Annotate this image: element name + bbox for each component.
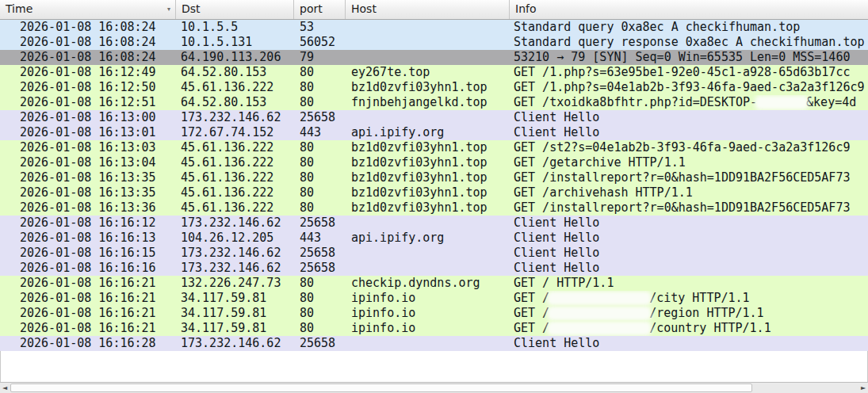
info-text: /country HTTP/1.1 — [649, 321, 771, 335]
port-cell: 80 — [294, 185, 346, 200]
info-text: GET /txoidka8bfhtr.php?id=DESKTOP- — [514, 95, 757, 109]
column-header-info[interactable]: Info — [510, 0, 868, 19]
scroll-right-icon[interactable]: ► — [858, 383, 868, 393]
packet-row[interactable]: 2026-01-08 16:16:13104.26.12.205443api.i… — [0, 231, 868, 246]
host-cell: ipinfo.io — [346, 321, 510, 336]
packet-row[interactable]: 2026-01-08 16:08:2410.1.5.13156052Standa… — [0, 35, 868, 50]
packet-row[interactable]: 2026-01-08 16:08:2410.1.5.553Standard qu… — [0, 20, 868, 35]
host-cell — [346, 110, 510, 125]
info-text: GET / — [514, 306, 549, 320]
scrollbar-thumb[interactable] — [10, 383, 752, 392]
packet-row[interactable]: 2026-01-08 16:13:3645.61.136.22280bz1d0z… — [0, 200, 868, 216]
info-text: GET /installreport?r=0&hash=1DD91BA2F56C… — [514, 170, 850, 185]
time-cell: 2026-01-08 16:13:00 — [0, 110, 176, 125]
host-cell: bz1d0zvfi03yhn1.top — [346, 155, 510, 170]
port-cell: 80 — [294, 65, 346, 80]
packet-row[interactable]: 2026-01-08 16:12:5164.52.80.15380fnjnbeh… — [0, 95, 868, 110]
info-text: /region HTTP/1.1 — [649, 306, 764, 320]
info-cell: Client Hello — [510, 231, 868, 246]
packet-row[interactable]: 2026-01-08 16:16:2134.117.59.8180ipinfo.… — [0, 306, 868, 321]
redacted-blur — [549, 308, 649, 319]
port-cell: 80 — [294, 140, 346, 155]
column-header-port[interactable]: port — [294, 0, 346, 19]
port-cell: 53 — [294, 20, 346, 35]
packet-row[interactable]: 2026-01-08 16:12:4964.52.80.15380ey267te… — [0, 65, 868, 80]
dst-cell: 45.61.136.222 — [176, 200, 294, 216]
host-cell — [346, 261, 510, 276]
dst-cell: 34.117.59.81 — [176, 306, 294, 321]
packet-row[interactable]: 2026-01-08 16:16:15173.232.146.6225658Cl… — [0, 246, 868, 261]
host-cell — [346, 35, 510, 50]
time-cell: 2026-01-08 16:16:12 — [0, 216, 176, 231]
port-cell: 80 — [294, 276, 346, 291]
time-cell: 2026-01-08 16:16:13 — [0, 231, 176, 246]
dst-cell: 173.232.146.62 — [176, 336, 294, 351]
host-cell — [346, 336, 510, 351]
packet-row[interactable]: 2026-01-08 16:13:01172.67.74.152443api.i… — [0, 125, 868, 140]
info-text: &key=4d — [806, 95, 856, 109]
packet-row[interactable]: 2026-01-08 16:16:28173.232.146.6225658Cl… — [0, 336, 868, 351]
info-text: Client Hello — [514, 125, 599, 139]
dst-cell: 172.67.74.152 — [176, 125, 294, 140]
scroll-left-icon[interactable]: ◄ — [0, 383, 10, 393]
packet-row[interactable]: 2026-01-08 16:13:3545.61.136.22280bz1d0z… — [0, 170, 868, 185]
info-cell: GET /installreport?r=0&hash=1DD91BA2F56C… — [510, 200, 868, 216]
packet-row[interactable]: 2026-01-08 16:16:16173.232.146.6225658Cl… — [0, 261, 868, 276]
redacted-blur — [549, 293, 649, 303]
column-header-time[interactable]: Time ▾ — [0, 0, 176, 19]
port-cell: 443 — [294, 125, 346, 140]
info-text: GET /installreport?r=0&hash=1DD91BA2F56C… — [514, 200, 850, 215]
info-cell: GET /archivehash HTTP/1.1 — [510, 185, 868, 200]
dst-cell: 173.232.146.62 — [176, 246, 294, 261]
info-text: GET /1.php?s=63e95be1-92e0-45c1-a928-65d… — [514, 65, 850, 79]
column-header-host[interactable]: Host — [346, 0, 510, 19]
dst-cell: 45.61.136.222 — [176, 140, 294, 155]
time-cell: 2026-01-08 16:16:21 — [0, 291, 176, 306]
port-cell: 25658 — [294, 110, 346, 125]
port-cell: 80 — [294, 155, 346, 170]
packet-row[interactable]: 2026-01-08 16:13:0445.61.136.22280bz1d0z… — [0, 155, 868, 170]
packet-row[interactable]: 2026-01-08 16:16:2134.117.59.8180ipinfo.… — [0, 291, 868, 306]
time-cell: 2026-01-08 16:08:24 — [0, 50, 176, 65]
dst-cell: 173.232.146.62 — [176, 110, 294, 125]
horizontal-scrollbar[interactable]: ◄ ► — [0, 382, 868, 393]
info-text: GET / — [514, 291, 549, 305]
dst-cell: 104.26.12.205 — [176, 231, 294, 246]
packet-row[interactable]: 2026-01-08 16:12:5045.61.136.22280bz1d0z… — [0, 80, 868, 95]
packet-list-view: Time ▾ Dst port Host Info 2026-01-08 16:… — [0, 0, 868, 393]
port-cell: 80 — [294, 291, 346, 306]
packet-list-body: 2026-01-08 16:08:2410.1.5.553Standard qu… — [0, 20, 868, 351]
info-cell: Client Hello — [510, 261, 868, 276]
redacted-blur — [549, 323, 649, 334]
packet-row[interactable]: 2026-01-08 16:13:3545.61.136.22280bz1d0z… — [0, 185, 868, 200]
redacted-blur — [757, 97, 806, 108]
dst-cell: 45.61.136.222 — [176, 185, 294, 200]
dst-cell: 45.61.136.222 — [176, 155, 294, 170]
packet-row[interactable]: 2026-01-08 16:16:12173.232.146.6225658Cl… — [0, 216, 868, 231]
dst-cell: 34.117.59.81 — [176, 321, 294, 336]
packet-row[interactable]: 2026-01-08 16:08:2464.190.113.2067953210… — [0, 50, 868, 65]
host-cell: api.ipify.org — [346, 125, 510, 140]
host-cell: bz1d0zvfi03yhn1.top — [346, 140, 510, 155]
dst-cell: 10.1.5.131 — [176, 35, 294, 50]
info-text: Client Hello — [514, 261, 599, 275]
info-text: /city HTTP/1.1 — [649, 291, 749, 305]
port-cell: 443 — [294, 231, 346, 246]
info-text: Client Hello — [514, 246, 599, 260]
packet-row[interactable]: 2026-01-08 16:13:00173.232.146.6225658Cl… — [0, 110, 868, 125]
time-cell: 2026-01-08 16:16:28 — [0, 336, 176, 351]
packet-row[interactable]: 2026-01-08 16:13:0345.61.136.22280bz1d0z… — [0, 140, 868, 155]
packet-row[interactable]: 2026-01-08 16:16:21132.226.247.7380check… — [0, 276, 868, 291]
port-cell: 80 — [294, 321, 346, 336]
host-cell: ipinfo.io — [346, 306, 510, 321]
host-cell: fnjnbehjangelkd.top — [346, 95, 510, 110]
time-cell: 2026-01-08 16:13:01 — [0, 125, 176, 140]
time-cell: 2026-01-08 16:16:16 — [0, 261, 176, 276]
column-header-dst[interactable]: Dst — [176, 0, 294, 19]
dst-cell: 173.232.146.62 — [176, 216, 294, 231]
time-cell: 2026-01-08 16:16:21 — [0, 276, 176, 291]
host-cell: bz1d0zvfi03yhn1.top — [346, 200, 510, 216]
packet-row[interactable]: 2026-01-08 16:16:2134.117.59.8180ipinfo.… — [0, 321, 868, 336]
host-cell: bz1d0zvfi03yhn1.top — [346, 170, 510, 185]
host-cell — [346, 50, 510, 65]
